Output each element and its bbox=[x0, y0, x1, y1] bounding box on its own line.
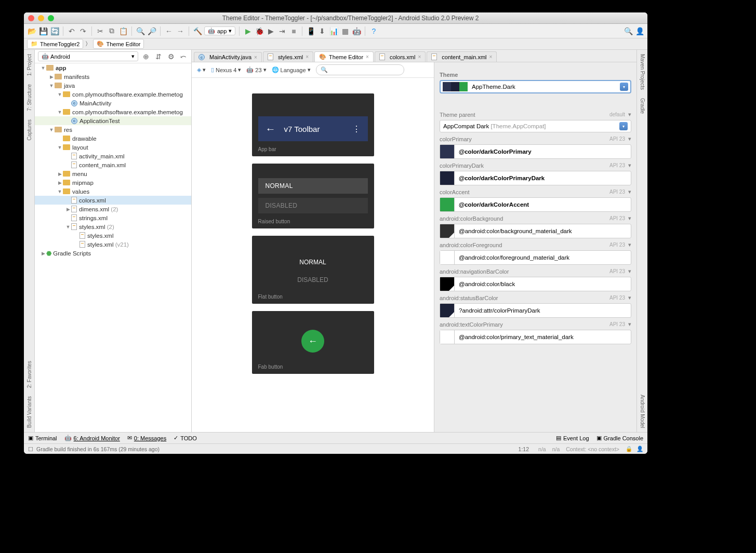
collapse-icon[interactable]: ⇵ bbox=[154, 52, 163, 61]
attach-icon[interactable]: ⇥ bbox=[277, 26, 287, 36]
tool-maven[interactable]: Maven Projects bbox=[640, 50, 645, 94]
sync-icon[interactable]: 🔄 bbox=[50, 26, 59, 36]
tree-styles1[interactable]: styles.xml bbox=[35, 231, 191, 240]
trash-icon[interactable]: 👤 bbox=[636, 446, 643, 452]
tool-android-monitor[interactable]: 🤖 6: Android Monitor bbox=[64, 435, 120, 441]
close-icon[interactable] bbox=[28, 15, 34, 21]
tree-drawable[interactable]: drawable bbox=[35, 134, 191, 143]
help-icon[interactable]: ? bbox=[369, 26, 378, 36]
tree-styles[interactable]: ▼styles.xml (2) bbox=[35, 222, 191, 231]
tree-menu[interactable]: ▶menu bbox=[35, 169, 191, 178]
tree-main-activity[interactable]: cMainActivity bbox=[35, 99, 191, 107]
run-icon[interactable]: ▶ bbox=[243, 26, 253, 36]
stop-icon[interactable]: ■ bbox=[289, 26, 298, 36]
find-icon[interactable]: 🔍 bbox=[136, 26, 145, 36]
open-icon[interactable]: 📂 bbox=[27, 26, 36, 36]
project-tree[interactable]: ▼app ▶manifests ▼java ▼com.plymouthsoftw… bbox=[35, 63, 191, 432]
tool-android-model[interactable]: Android Model bbox=[640, 390, 645, 432]
project-view-dropdown[interactable]: 🤖 Android▾ bbox=[38, 51, 138, 61]
cut-icon[interactable]: ✂ bbox=[96, 26, 105, 36]
tree-dimens[interactable]: ▶dimens.xml (2) bbox=[35, 205, 191, 213]
hide-icon[interactable]: ⤺ bbox=[179, 52, 188, 61]
tree-manifests[interactable]: ▶manifests bbox=[35, 72, 191, 81]
color-value-row[interactable]: @android:color/foreground_material_dark bbox=[440, 250, 631, 265]
tool-captures[interactable]: Captures bbox=[26, 115, 32, 145]
tree-colors[interactable]: colors.xml bbox=[35, 196, 191, 205]
close-icon[interactable]: × bbox=[366, 54, 369, 60]
color-chip[interactable] bbox=[440, 145, 455, 158]
tool-favorites[interactable]: 2: Favorites bbox=[26, 357, 32, 392]
paste-icon[interactable]: 📋 bbox=[118, 26, 128, 36]
color-value-row[interactable]: @color/darkColorAccent bbox=[440, 197, 631, 212]
tree-styles2[interactable]: styles.xml (v21) bbox=[35, 240, 191, 249]
tree-content-main[interactable]: content_main.xml bbox=[35, 160, 191, 169]
redo-icon[interactable]: ↷ bbox=[78, 26, 88, 36]
coverage-icon[interactable]: ▶ bbox=[266, 26, 275, 36]
color-value-row[interactable]: @color/darkColorPrimary bbox=[440, 144, 631, 159]
tab-styles[interactable]: styles.xml× bbox=[263, 51, 313, 62]
make-icon[interactable]: 🔨 bbox=[193, 26, 202, 36]
search-icon[interactable]: 🔍 bbox=[624, 26, 633, 36]
theme-dropdown[interactable]: AppTheme.Dark ▾ bbox=[440, 80, 631, 93]
save-icon[interactable]: 💾 bbox=[38, 26, 48, 36]
zoom-icon[interactable] bbox=[48, 15, 54, 21]
replace-icon[interactable]: 🔎 bbox=[147, 26, 156, 36]
color-value-row[interactable]: ?android:attr/colorPrimaryDark bbox=[440, 303, 631, 318]
tab-content-main[interactable]: content_main.xml× bbox=[427, 51, 497, 62]
tree-java[interactable]: ▼java bbox=[35, 81, 191, 90]
tree-gradle[interactable]: ▶⬣ Gradle Scripts bbox=[35, 249, 191, 258]
color-chip[interactable] bbox=[440, 224, 455, 238]
tool-event-log[interactable]: ▤ Event Log bbox=[556, 435, 589, 441]
tree-app-test[interactable]: cApplicationTest bbox=[35, 116, 191, 125]
user-icon[interactable]: 👤 bbox=[635, 26, 644, 36]
device-dropdown[interactable]: ▯Nexus 4▾ bbox=[211, 66, 241, 73]
minimize-icon[interactable] bbox=[38, 15, 44, 21]
ddms-icon[interactable]: 📊 bbox=[329, 26, 338, 36]
tool-messages[interactable]: ✉ 0: Messages bbox=[127, 435, 166, 441]
color-chip[interactable] bbox=[440, 171, 455, 185]
target-icon[interactable]: ⊕ bbox=[141, 52, 151, 61]
locale-dropdown[interactable]: 🌐Language▾ bbox=[272, 66, 311, 73]
tree-activity-main[interactable]: activity_main.xml bbox=[35, 152, 191, 160]
tree-pkg2[interactable]: ▼com.plymouthsoftware.example.themetog bbox=[35, 107, 191, 116]
close-icon[interactable]: × bbox=[418, 54, 421, 60]
color-value-row[interactable]: @android:color/background_material_dark bbox=[440, 224, 631, 238]
sdk-icon[interactable]: ⬇ bbox=[317, 26, 327, 36]
tree-app[interactable]: ▼app bbox=[35, 63, 191, 72]
color-value-row[interactable]: @android:color/primary_text_material_dar… bbox=[440, 330, 631, 344]
android-icon[interactable]: 🤖 bbox=[352, 26, 361, 36]
color-chip[interactable] bbox=[440, 304, 455, 317]
debug-icon[interactable]: 🐞 bbox=[255, 26, 264, 36]
tab-theme-editor[interactable]: 🎨Theme Editor× bbox=[314, 51, 374, 62]
back-icon[interactable]: ← bbox=[164, 26, 174, 36]
undo-icon[interactable]: ↶ bbox=[67, 26, 76, 36]
run-config-dropdown[interactable]: 🤖app▾ bbox=[204, 26, 235, 35]
tree-res[interactable]: ▼res bbox=[35, 125, 191, 134]
settings-icon[interactable]: ⚙ bbox=[166, 52, 176, 61]
color-chip[interactable] bbox=[440, 198, 455, 211]
layout-icon[interactable]: ▦ bbox=[340, 26, 350, 36]
close-icon[interactable]: × bbox=[306, 54, 309, 60]
tree-mipmap[interactable]: ▶mipmap bbox=[35, 178, 191, 187]
orientation-dropdown[interactable]: ◈▾ bbox=[197, 66, 206, 73]
tree-strings[interactable]: strings.xml bbox=[35, 213, 191, 222]
tab-mainactivity[interactable]: cMainActivity.java× bbox=[194, 52, 262, 62]
tab-colors[interactable]: colors.xml× bbox=[375, 51, 426, 62]
sdk-dropdown[interactable]: 🤖23▾ bbox=[246, 66, 266, 73]
breadcrumb-tab[interactable]: 🎨 Theme Editor bbox=[93, 39, 144, 49]
tree-values[interactable]: ▼values bbox=[35, 187, 191, 196]
color-value-row[interactable]: @android:color/black bbox=[440, 277, 631, 291]
close-icon[interactable]: × bbox=[254, 55, 257, 60]
tool-gradle[interactable]: Gradle bbox=[640, 94, 645, 118]
copy-icon[interactable]: ⧉ bbox=[107, 26, 116, 36]
forward-icon[interactable]: → bbox=[176, 26, 185, 36]
tool-structure[interactable]: 7: Structure bbox=[26, 80, 32, 115]
color-chip[interactable] bbox=[440, 251, 455, 264]
color-chip[interactable] bbox=[440, 330, 455, 344]
tree-pkg1[interactable]: ▼com.plymouthsoftware.example.themetog bbox=[35, 90, 191, 99]
tool-project[interactable]: 1: Project bbox=[26, 50, 32, 80]
breadcrumb-project[interactable]: 📁 ThemeToggler2 bbox=[27, 39, 83, 49]
tree-layout[interactable]: ▼layout bbox=[35, 143, 191, 152]
lock-icon[interactable]: 🔒 bbox=[626, 446, 632, 452]
avd-icon[interactable]: 📱 bbox=[306, 26, 315, 36]
